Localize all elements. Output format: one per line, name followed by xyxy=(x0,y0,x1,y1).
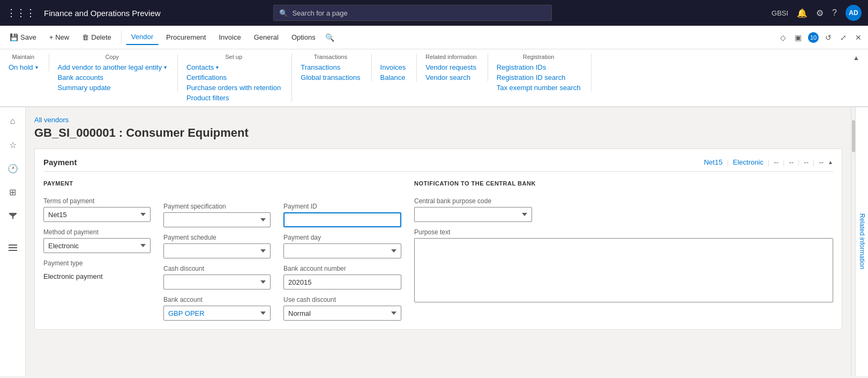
options-tab[interactable]: Options xyxy=(286,30,321,45)
avatar[interactable]: AD xyxy=(845,5,862,21)
separator xyxy=(121,31,122,44)
terms-of-payment-group: Terms of payment Net15 xyxy=(43,197,151,222)
diamond-icon[interactable]: ◇ xyxy=(778,31,788,44)
save-button[interactable]: 💾 Save xyxy=(4,30,42,45)
ribbon-group-related: Related information Vendor requests Vend… xyxy=(425,54,488,81)
tenant-label: GBSI xyxy=(772,9,788,17)
use-cash-discount-select[interactable]: Normal xyxy=(283,306,401,321)
refresh-icon[interactable]: ↺ xyxy=(823,31,834,44)
clock-icon[interactable]: 🕐 xyxy=(3,159,23,178)
payment-day-select[interactable] xyxy=(283,243,401,258)
close-icon[interactable]: ✕ xyxy=(853,31,864,44)
purchase-orders-link[interactable]: Purchase orders with retention xyxy=(186,84,281,92)
purpose-code-select[interactable] xyxy=(414,207,532,222)
on-hold-link[interactable]: On hold ▾ xyxy=(9,63,38,71)
method-label: Method of payment xyxy=(43,228,151,236)
collapse-section-icon[interactable]: ▲ xyxy=(828,159,833,165)
command-bar-right: ◇ ▣ 10 ↺ ⤢ ✕ xyxy=(778,31,864,44)
hamburger-icon[interactable] xyxy=(3,238,23,257)
payment-type-label: Payment type xyxy=(43,260,151,267)
bank-accounts-link[interactable]: Bank accounts xyxy=(58,73,167,81)
related-information-panel[interactable]: Related information xyxy=(855,107,868,376)
ribbon-group-transactions-title: Transactions xyxy=(301,54,360,60)
expand-icon[interactable]: ⤢ xyxy=(838,31,849,44)
use-cash-discount-label: Use cash discount xyxy=(283,296,401,303)
vendor-tab[interactable]: Vendor xyxy=(126,29,159,45)
filter-icon[interactable] xyxy=(3,206,23,225)
related-information-label: Related information xyxy=(858,213,866,269)
top-bar-right: GBSI 🔔 ⚙ ? AD xyxy=(772,5,862,21)
method-of-payment-select[interactable]: Electronic xyxy=(43,238,151,253)
spec-label: Payment specification xyxy=(163,203,271,210)
ribbon-group-related-title: Related information xyxy=(425,54,476,60)
cash-discount-label: Cash discount xyxy=(163,265,271,272)
payment-spec-group: Payment specification xyxy=(163,203,271,227)
help-icon[interactable]: ? xyxy=(832,8,837,18)
content-area: All vendors GB_SI_000001 : Consumer Equi… xyxy=(26,107,851,376)
payment-schedule-select[interactable] xyxy=(163,243,271,258)
contacts-link[interactable]: Contacts ▾ xyxy=(186,63,281,71)
purpose-text-group: Purpose text xyxy=(414,228,833,302)
ribbon-group-invoices-title: . xyxy=(380,54,406,60)
procurement-tab[interactable]: Procurement xyxy=(161,30,211,45)
new-button[interactable]: + New xyxy=(44,30,75,45)
sidebar-icons: ⌂ ☆ 🕐 ⊞ xyxy=(0,107,26,376)
registration-id-search-link[interactable]: Registration ID search xyxy=(497,73,581,81)
gear-icon[interactable]: ⚙ xyxy=(816,8,824,18)
schedule-label: Payment schedule xyxy=(163,234,271,241)
payment-spec-select[interactable] xyxy=(163,212,271,227)
bank-account-select[interactable]: GBP OPER xyxy=(163,306,271,321)
star-icon[interactable]: ☆ xyxy=(3,135,23,154)
app-title: Finance and Operations Preview xyxy=(44,9,161,18)
bank-account-label: Bank account xyxy=(163,296,271,303)
certifications-link[interactable]: Certifications xyxy=(186,73,281,81)
ribbon-group-registration-title: Registration xyxy=(497,54,581,60)
purpose-code-label: Central bank purpose code xyxy=(414,197,833,205)
search-icon: 🔍 xyxy=(279,9,288,17)
workspaces-icon[interactable]: ⊞ xyxy=(3,182,23,202)
global-transactions-link[interactable]: Global transactions xyxy=(301,73,360,81)
bell-icon[interactable]: 🔔 xyxy=(797,8,807,18)
scroll-thumb[interactable] xyxy=(852,120,855,152)
payment-id-group: Payment ID xyxy=(283,203,401,227)
bank-account-group: Bank account GBP OPER xyxy=(163,296,271,321)
bank-account-number-group: Bank account number xyxy=(283,265,401,290)
ribbon-collapse-btn[interactable]: ▲ xyxy=(853,54,859,62)
purpose-text-area[interactable] xyxy=(414,238,833,302)
ribbon-group-maintain: Maintain On hold ▾ xyxy=(9,54,49,71)
invoices-link[interactable]: Invoices xyxy=(380,63,406,71)
product-filters-link[interactable]: Product filters xyxy=(186,94,281,102)
global-search[interactable]: 🔍 Search for a page xyxy=(273,5,552,21)
cash-discount-group: Cash discount xyxy=(163,265,271,290)
payment-schedule-group: Payment schedule xyxy=(163,234,271,258)
id-col: Payment ID Payment day Bank account numb… xyxy=(283,180,401,321)
bank-account-number-input[interactable] xyxy=(283,275,401,290)
apps-icon[interactable]: ⋮⋮⋮ xyxy=(6,7,35,19)
delete-icon: 🗑 xyxy=(82,33,89,41)
cash-discount-select[interactable] xyxy=(163,275,271,290)
notification-count[interactable]: 10 xyxy=(808,32,819,43)
vendor-requests-link[interactable]: Vendor requests xyxy=(425,63,476,71)
search-filter-icon[interactable]: 🔍 xyxy=(325,33,334,42)
vendor-search-link[interactable]: Vendor search xyxy=(425,73,476,81)
electronic-tag: Electronic xyxy=(733,158,764,166)
ribbon-group-setup: Set up Contacts ▾ Certifications Purchas… xyxy=(186,54,292,102)
card-header-right: Net15 | Electronic | -- | -- | -- | -- ▲ xyxy=(704,158,833,166)
general-tab[interactable]: General xyxy=(249,30,284,45)
terms-of-payment-select[interactable]: Net15 xyxy=(43,207,151,222)
tax-exempt-search-link[interactable]: Tax exempt number search xyxy=(497,84,581,92)
payment-type-group: Payment type Electronic payment xyxy=(43,260,151,284)
panel-icon[interactable]: ▣ xyxy=(792,31,804,44)
payment-id-input[interactable] xyxy=(283,212,401,227)
summary-update-link[interactable]: Summary update xyxy=(58,84,167,92)
delete-button[interactable]: 🗑 Delete xyxy=(77,30,117,45)
registration-ids-link[interactable]: Registration IDs xyxy=(497,63,581,71)
breadcrumb[interactable]: All vendors xyxy=(34,116,842,124)
scrollbar[interactable] xyxy=(851,107,855,376)
ribbon-group-registration: Registration Registration IDs Registrati… xyxy=(497,54,592,92)
add-vendor-link[interactable]: Add vendor to another legal entity ▾ xyxy=(58,63,167,71)
home-icon[interactable]: ⌂ xyxy=(3,112,23,131)
invoice-tab[interactable]: Invoice xyxy=(213,30,246,45)
transactions-link[interactable]: Transactions xyxy=(301,63,360,71)
balance-link[interactable]: Balance xyxy=(380,73,406,81)
